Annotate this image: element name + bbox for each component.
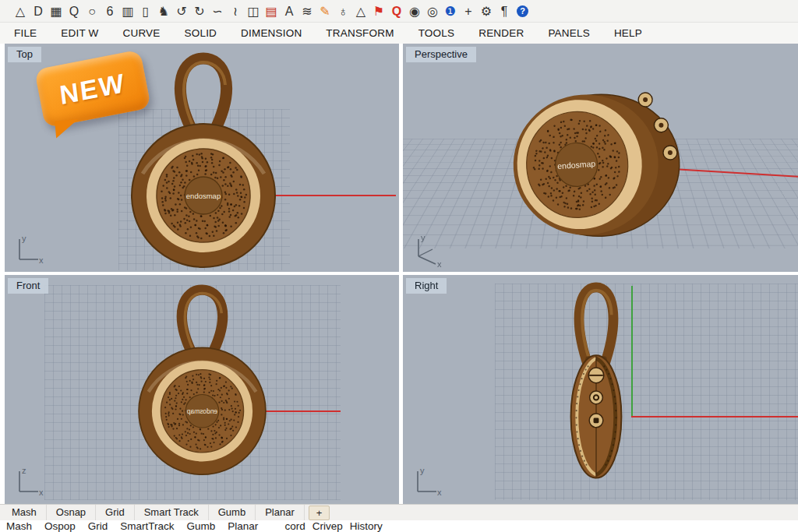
viewport-title-front[interactable]: Front	[8, 278, 48, 294]
letter-d-icon[interactable]: D	[30, 1, 46, 22]
cylinder-icon[interactable]: ▥	[120, 1, 136, 22]
axis-indicator: y x	[408, 463, 443, 499]
split-square-icon[interactable]: ◫	[245, 1, 261, 22]
circle-q-icon[interactable]: Q	[66, 1, 82, 22]
status2-toggle-mash[interactable]: Mash	[6, 520, 32, 532]
viewport-title-perspective[interactable]: Perspective	[406, 47, 476, 62]
status2-toggle-gumb[interactable]: Gumb	[187, 520, 216, 532]
help-icon[interactable]: ?	[517, 5, 528, 17]
speaker-model-front-view[interactable]: endosmap	[133, 283, 271, 483]
marker-pen-icon[interactable]: ✎	[317, 1, 333, 22]
status-toggle-smart-track[interactable]: Smart Track	[135, 505, 209, 520]
one-badge-icon[interactable]: ❶	[443, 1, 458, 22]
new-badge-text: NEW	[58, 67, 128, 110]
status-toggle-mash[interactable]: Mash	[2, 505, 47, 520]
svg-text:x: x	[39, 255, 44, 265]
menu-item-curve[interactable]: CURVE	[123, 27, 161, 39]
axis-indicator: y x	[9, 231, 45, 267]
curve-arrow-icon[interactable]: ↺	[174, 1, 189, 22]
menu-bar: FILEEDIT WCURVESOLIDDIMENSIONTRANSFORMTO…	[0, 23, 798, 44]
viewport-front[interactable]: endosmap Front z x	[5, 275, 399, 504]
annotate-a-icon[interactable]: A	[281, 1, 297, 22]
triangle-icon[interactable]: △	[12, 1, 28, 22]
status-bar-secondary: MashOspopGridSmartTrackGumbPlanarcordCri…	[0, 520, 798, 532]
menu-item-render[interactable]: RENDER	[478, 27, 524, 39]
status-toggle-planar[interactable]: Planar	[256, 505, 305, 520]
loop-curve-icon[interactable]: ∽	[210, 1, 225, 22]
paragraph-plus-icon[interactable]: ¶	[496, 1, 512, 22]
document-icon[interactable]: ▯	[138, 1, 154, 22]
status-bar: MashOsnapGridSmart TrackGumbPlanar+	[0, 504, 798, 520]
status2-toggle-planar[interactable]: Planar	[228, 520, 258, 532]
side-buttons[interactable]	[588, 368, 604, 428]
plus-icon[interactable]: +	[461, 1, 476, 22]
svg-text:y: y	[421, 233, 425, 242]
svg-text:y: y	[22, 234, 26, 243]
status2-toggle-cord[interactable]: cord	[284, 520, 305, 532]
add-pane-button[interactable]: +	[309, 506, 330, 520]
viewport-title-right[interactable]: Right	[406, 278, 447, 294]
red-book-icon[interactable]: ▤	[263, 1, 279, 22]
status-toggle-grid[interactable]: Grid	[96, 505, 135, 520]
status2-toggle-history[interactable]: History	[350, 520, 383, 532]
svg-text:z: z	[22, 466, 26, 475]
viewport-right[interactable]: Right y x	[403, 275, 798, 504]
speaker-model-perspective-view[interactable]: endosmap	[499, 90, 686, 245]
menu-item-file[interactable]: FILE	[14, 27, 37, 39]
animal-icon[interactable]: ♞	[156, 1, 171, 22]
table-grid-icon[interactable]: ▦	[48, 1, 64, 22]
x-axis-line	[631, 416, 798, 417]
construction-grid	[495, 284, 798, 500]
gear-icon[interactable]: ⚙	[478, 1, 494, 22]
x-axis-line	[273, 195, 396, 196]
search-q-icon[interactable]: Q	[389, 1, 404, 22]
status2-extra-group: cordCrivepHistory	[284, 520, 382, 532]
status-toggle-osnap[interactable]: Osnap	[47, 505, 96, 520]
triangle-outline-icon[interactable]: △	[353, 1, 369, 22]
svg-text:x: x	[39, 488, 44, 497]
svg-text:x: x	[437, 488, 442, 497]
spiral-icon[interactable]: 6	[102, 1, 118, 22]
dial2-icon[interactable]: ◎	[425, 1, 440, 22]
menu-item-tools[interactable]: TOOLS	[418, 27, 455, 39]
viewport-title-top[interactable]: Top	[8, 47, 41, 62]
status-toggle-gumb[interactable]: Gumb	[209, 505, 256, 520]
flag-icon[interactable]: ⚑	[371, 1, 387, 22]
brand-label: endosmap	[186, 192, 221, 200]
toolbar: △D▦Q○6▥▯♞↺↻∽≀◫▤A≋✎♁△⚑Q◉◎❶+⚙¶?	[0, 0, 798, 23]
menu-item-edit-w[interactable]: EDIT W	[61, 27, 98, 39]
loop-curve2-icon[interactable]: ≀	[228, 1, 243, 22]
status2-toggle-grid[interactable]: Grid	[88, 520, 108, 532]
circle-icon[interactable]: ○	[84, 1, 100, 22]
axis-indicator: z x	[9, 463, 45, 499]
axis-indicator: y x	[408, 230, 447, 267]
brand-label: endosmap	[187, 407, 218, 415]
speaker-model-top-view[interactable]: endosmap	[125, 51, 281, 272]
speaker-model-right-view[interactable]	[549, 281, 643, 503]
new-badge-tail	[55, 119, 79, 139]
menu-item-panels[interactable]: PANELS	[548, 27, 589, 39]
x-axis-line	[266, 410, 341, 412]
status2-toggle-crivep[interactable]: Crivep	[312, 520, 343, 532]
status2-toggle-ospop[interactable]: Ospop	[44, 520, 76, 532]
status2-toggle-smarttrack[interactable]: SmartTrack	[120, 520, 174, 532]
svg-text:x: x	[437, 259, 442, 267]
menu-item-solid[interactable]: SOLID	[185, 27, 217, 39]
svg-text:y: y	[420, 466, 425, 475]
viewport-perspective[interactable]: endosmap Perspective y x	[403, 44, 798, 272]
menu-item-transform[interactable]: TRANSFORM	[326, 27, 394, 39]
s-curve-icon[interactable]: ≋	[299, 1, 315, 22]
dial-icon[interactable]: ◉	[407, 1, 422, 22]
menu-item-dimension[interactable]: DIMENSION	[241, 27, 302, 39]
balloon-icon[interactable]: ♁	[335, 1, 351, 22]
curve-arrow2-icon[interactable]: ↻	[192, 1, 207, 22]
menu-item-help[interactable]: HELP	[614, 27, 642, 39]
